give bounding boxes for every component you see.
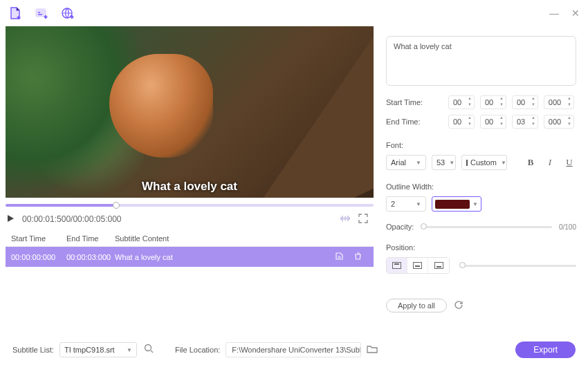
start-seconds-field[interactable]: 00▲▼ <box>512 95 538 109</box>
add-file-icon[interactable] <box>8 6 22 20</box>
bold-button[interactable]: B <box>524 155 538 170</box>
end-time-label: End Time: <box>386 118 448 126</box>
font-label: Font: <box>386 141 576 149</box>
web-subtitle-icon[interactable] <box>61 6 75 20</box>
end-hours-field[interactable]: 00▲▼ <box>448 115 475 129</box>
close-button[interactable]: ✕ <box>571 8 580 19</box>
preview-subtitle-overlay: What a lovely cat <box>142 180 237 194</box>
opacity-label: Opacity: <box>386 223 414 231</box>
outline-width-select[interactable]: 2▼ <box>386 196 426 212</box>
folder-icon[interactable] <box>367 344 378 356</box>
opacity-slider[interactable] <box>421 226 552 228</box>
font-size-select[interactable]: 53▼ <box>432 155 456 170</box>
start-minutes-field[interactable]: 00▲▼ <box>480 95 506 109</box>
italic-button[interactable]: I <box>543 155 557 170</box>
position-middle-button[interactable] <box>407 258 428 273</box>
playback-time: 00:00:01:500/00:00:05:000 <box>22 214 122 224</box>
font-family-select[interactable]: Arial▼ <box>386 155 426 170</box>
apply-to-all-button[interactable]: Apply to all <box>386 299 447 312</box>
subtitle-text-input[interactable] <box>386 36 576 86</box>
start-time-label: Start Time: <box>386 98 448 106</box>
position-label: Position: <box>386 243 576 252</box>
font-color-select[interactable]: Custom▼ <box>461 155 507 170</box>
end-ms-field[interactable]: 000▲▼ <box>544 115 574 129</box>
underline-button[interactable]: U <box>562 155 576 170</box>
search-icon[interactable] <box>144 344 154 356</box>
export-button[interactable]: Export <box>515 341 576 358</box>
position-top-button[interactable] <box>387 258 407 273</box>
start-ms-field[interactable]: 000▲▼ <box>544 95 574 109</box>
waveform-icon[interactable] <box>339 214 351 225</box>
subtitle-table-header: Start Time End Time Subtitle Content <box>6 231 374 247</box>
file-location-field[interactable]: F:\Wondershare UniConverter 13\SubEdi <box>226 342 361 357</box>
svg-rect-0 <box>36 9 46 17</box>
seek-bar[interactable] <box>6 202 374 209</box>
subtitle-table-row[interactable]: 00:00:00:000 00:00:03:000 What a lovely … <box>6 247 374 267</box>
reset-icon[interactable] <box>454 300 463 312</box>
outline-width-label: Outline Width: <box>386 182 576 191</box>
fullscreen-icon[interactable] <box>358 214 368 225</box>
end-seconds-field[interactable]: 03▲▼ <box>512 115 538 129</box>
subtitle-list-label: Subtitle List: <box>12 346 54 354</box>
start-hours-field[interactable]: 00▲▼ <box>448 95 475 109</box>
end-minutes-field[interactable]: 00▲▼ <box>480 115 506 129</box>
position-slider[interactable] <box>459 265 576 267</box>
video-preview: What a lovely cat <box>6 26 374 198</box>
delete-row-icon[interactable] <box>353 252 362 262</box>
edit-row-icon[interactable] <box>335 252 344 262</box>
subtitle-list-select[interactable]: TI tmpC918.srt▼ <box>59 342 137 357</box>
file-location-label: File Location: <box>175 346 220 354</box>
add-subtitle-icon[interactable] <box>35 6 48 20</box>
svg-point-2 <box>145 345 151 351</box>
minimize-button[interactable]: — <box>549 8 559 19</box>
opacity-value: 0/100 <box>559 223 576 231</box>
position-bottom-button[interactable] <box>428 258 449 273</box>
outline-color-select[interactable]: ▼ <box>432 196 481 212</box>
play-button[interactable] <box>6 214 15 225</box>
